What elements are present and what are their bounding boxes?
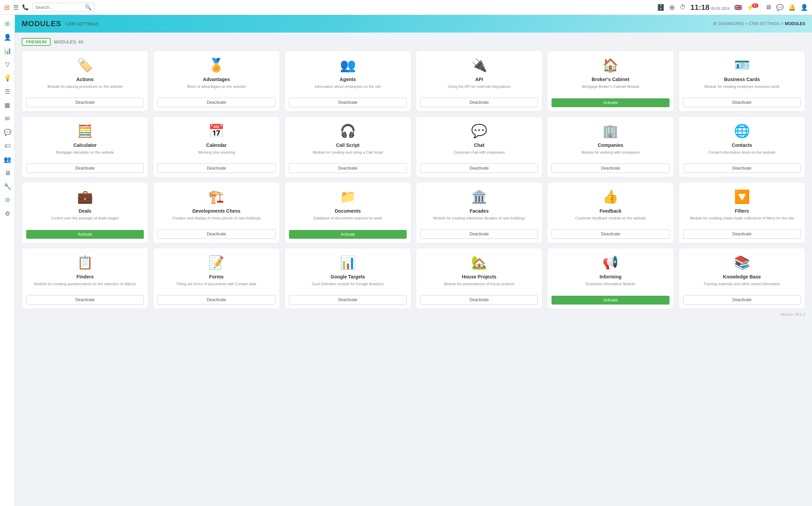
user-icon[interactable]: 👤 xyxy=(800,4,808,11)
module-btn-chat[interactable]: Deactivate xyxy=(420,163,538,173)
module-card-finders: 📋 Finders Module for creating questionna… xyxy=(22,248,148,309)
main-content: PREMIUM MODULES: 43 🏷️ Actions Module fo… xyxy=(15,33,812,506)
list-icon: ☰ xyxy=(5,88,10,95)
module-desc-brokers-cabinet: Mortgage Broker's Cabinet Module xyxy=(582,84,639,95)
chat-icon: 💬 xyxy=(4,129,11,136)
module-btn-business-cards[interactable]: Deactivate xyxy=(683,98,801,107)
module-name-agents: Agents xyxy=(340,77,356,82)
module-btn-forms[interactable]: Deactivate xyxy=(157,295,275,305)
breadcrumb-crm[interactable]: CRM SETTINGS xyxy=(749,21,780,26)
module-name-companies: Companies xyxy=(598,142,623,148)
module-btn-feedback[interactable]: Deactivate xyxy=(552,229,669,239)
breadcrumb-dashboard[interactable]: DASHBOARD xyxy=(718,21,744,26)
sidebar-item-home[interactable]: ⊞ xyxy=(1,18,14,30)
module-icon-calendar: 📅 xyxy=(208,122,225,140)
module-btn-deals[interactable]: Activate xyxy=(26,230,144,239)
module-desc-contacts: Contact information block on the website xyxy=(708,150,775,160)
sidebar-item-chat[interactable]: 💬 xyxy=(1,126,14,138)
module-card-chat: 💬 Chat Corporate chat with employees Dea… xyxy=(416,116,542,177)
module-name-forms: Forms xyxy=(209,274,224,279)
add-icon[interactable]: ⊕ xyxy=(669,3,675,12)
module-card-brokers-cabinet: 🏠 Broker's Cabinet Mortgage Broker's Cab… xyxy=(547,51,674,112)
sidebar-item-filter[interactable]: ▽ xyxy=(1,58,14,71)
module-btn-agents[interactable]: Deactivate xyxy=(289,98,407,107)
sidebar-item-monitor[interactable]: 🖥 xyxy=(1,167,14,179)
module-card-contacts: 🌐 Contacts Contact information block on … xyxy=(679,116,805,177)
table-icon: ▦ xyxy=(4,101,10,109)
comment-icon[interactable]: 💬 xyxy=(776,4,784,11)
module-name-google-targets: Google Targets xyxy=(331,274,365,279)
module-desc-deals: Control over the passage of deals stages xyxy=(51,216,119,227)
module-btn-companies[interactable]: Deactivate xyxy=(552,163,669,173)
module-btn-contacts[interactable]: Deactivate xyxy=(683,163,801,173)
module-icon-forms: 📝 xyxy=(208,254,225,271)
page-subtitle: CRM SETTINGS xyxy=(65,21,99,26)
module-btn-calendar[interactable]: Deactivate xyxy=(157,163,275,173)
email-icon: ✉ xyxy=(5,115,10,122)
timer-icon[interactable]: ⏱ xyxy=(680,4,686,11)
module-btn-call-script[interactable]: Deactivate xyxy=(289,163,407,173)
flag-icon[interactable]: 🇬🇧 xyxy=(734,4,742,11)
desktop-icon[interactable]: 🖥 xyxy=(765,4,771,11)
module-btn-house-projects[interactable]: Deactivate xyxy=(420,295,538,305)
module-desc-knowledge-base: Training materials and other useful info… xyxy=(703,281,780,292)
sidebar-item-list[interactable]: ☰ xyxy=(1,85,14,98)
clock: 11:18 05.05.2024 xyxy=(691,3,730,12)
grid-icon[interactable]: ⊞ xyxy=(4,3,10,12)
database-icon[interactable]: 🗄️ xyxy=(657,4,664,11)
module-icon-calculator: 🧮 xyxy=(76,122,94,140)
search-icon[interactable]: 🔍 xyxy=(85,4,92,11)
module-btn-documents[interactable]: Activate xyxy=(289,230,407,239)
module-btn-filters[interactable]: Deactivate xyxy=(683,229,801,239)
search-input[interactable] xyxy=(35,5,83,10)
sidebar-item-settings[interactable]: ⚙ xyxy=(1,194,14,206)
sidebar-item-chart[interactable]: 📊 xyxy=(1,45,14,57)
module-icon-informing: 📢 xyxy=(602,254,619,271)
module-btn-calculator[interactable]: Deactivate xyxy=(26,163,144,173)
module-name-informing: Informing xyxy=(600,274,622,279)
sidebar-item-settings2[interactable]: ⚙ xyxy=(1,208,14,220)
module-btn-facades[interactable]: Deactivate xyxy=(420,229,538,239)
module-name-calendar: Calendar xyxy=(206,142,227,148)
module-name-chat: Chat xyxy=(474,142,484,148)
page-title: MODULES xyxy=(22,19,61,28)
module-name-finders: Finders xyxy=(76,274,94,279)
sidebar-item-idea[interactable]: 💡 xyxy=(1,72,14,84)
module-btn-developments-chess[interactable]: Deactivate xyxy=(157,229,275,239)
module-name-house-projects: House Projects xyxy=(462,274,497,279)
module-btn-brokers-cabinet[interactable]: Activate xyxy=(552,98,669,107)
module-desc-api: Using the API for external integrations xyxy=(448,84,510,94)
bell-icon[interactable]: 🔔 xyxy=(788,4,796,11)
module-btn-google-targets[interactable]: Deactivate xyxy=(289,295,407,305)
module-name-feedback: Feedback xyxy=(600,208,622,214)
sidebar-item-contacts[interactable]: 👤 xyxy=(1,31,14,43)
menu-icon[interactable]: ☰ xyxy=(13,4,19,11)
module-icon-house-projects: 🏡 xyxy=(470,254,488,271)
settings2-icon: ⚙ xyxy=(5,210,10,217)
module-name-calculator: Calculator xyxy=(73,142,96,148)
module-card-feedback: 👍 Feedback Customer feedback module on t… xyxy=(547,182,674,243)
module-desc-informing: Employee Information Module xyxy=(586,281,635,292)
sidebar-item-tools[interactable]: 🔧 xyxy=(1,180,14,193)
sidebar-item-email[interactable]: ✉ xyxy=(1,113,14,125)
module-btn-api[interactable]: Deactivate xyxy=(420,98,538,107)
module-icon-contacts: 🌐 xyxy=(733,122,751,140)
sidebar-item-people[interactable]: 👥 xyxy=(1,153,14,166)
module-btn-actions[interactable]: Deactivate xyxy=(26,98,144,107)
module-card-call-script: 🎧 Call Script Module for creating and us… xyxy=(285,116,411,177)
module-icon-agents: 👥 xyxy=(339,56,356,74)
phone-icon[interactable]: 📞 xyxy=(22,4,29,11)
module-desc-forms: Filling out forms of documents with Cont… xyxy=(177,281,256,292)
module-desc-filters: Module for creating ready-made collectio… xyxy=(690,216,794,226)
tools-icon: 🔧 xyxy=(4,183,11,190)
module-btn-advantages[interactable]: Deactivate xyxy=(157,98,275,107)
sidebar-item-table[interactable]: ▦ xyxy=(1,99,14,111)
lightning-icon[interactable]: ⚡51 xyxy=(747,4,760,11)
module-btn-finders[interactable]: Deactivate xyxy=(26,295,144,305)
module-btn-informing[interactable]: Activate xyxy=(552,296,669,305)
module-btn-knowledge-base[interactable]: Deactivate xyxy=(683,295,801,305)
module-card-google-targets: 📊 Google Targets Goal Definition module … xyxy=(285,248,411,309)
modules-grid: 🏷️ Actions Module for placing promotions… xyxy=(22,51,805,309)
sidebar-item-tag[interactable]: 🏷 xyxy=(1,140,14,152)
premium-label: PREMIUM xyxy=(22,38,51,46)
